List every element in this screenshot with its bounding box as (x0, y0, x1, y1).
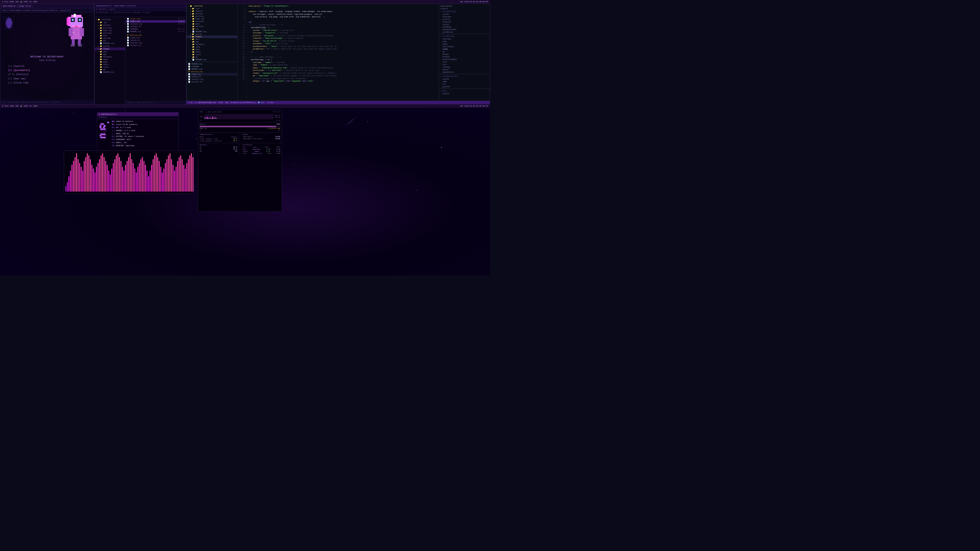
ft-system[interactable]: ▸📁 system (186, 33, 237, 35)
rp-wmtype[interactable]: wmType (439, 53, 490, 56)
qute-tab-active[interactable]: qute-home.ht.. [top] [1/1] (1, 5, 32, 8)
qute-link-search[interactable]: [o] [Search] (8, 64, 94, 68)
ft-profiles[interactable]: ▾📁 profiles (186, 15, 237, 17)
fm-file-harden[interactable]: 📄 harden.sh (126, 39, 186, 41)
fm-file-install-sh2[interactable]: 📄 install.sh (126, 44, 186, 47)
qute-link-closetab[interactable]: [x] [Close tab] (8, 81, 94, 85)
fm-file-install-org2[interactable]: 📄 install.org (126, 41, 186, 44)
rp-fontpkg[interactable]: fontPkg (439, 66, 490, 68)
ft-readme-root[interactable]: 📄 README.org (186, 63, 237, 65)
rp-nix-patches[interactable]: patches (439, 86, 490, 88)
qute-link-quickmarks[interactable]: [b] [Quickmarks] (8, 68, 94, 73)
rp-bootmountpath[interactable]: bootMountPath (439, 28, 490, 31)
fm-file-flake-nix2[interactable]: 📄 flake.nix (126, 37, 186, 39)
ft-wsl[interactable]: 📁 wsl (186, 28, 237, 30)
rp-nix-src[interactable]: src (439, 83, 490, 86)
ft-themes[interactable]: ▸📁 themes (186, 35, 237, 38)
fm-tree-homelab[interactable]: 📁 home lab (95, 29, 125, 32)
ft-patches[interactable]: ▸📁 patches (186, 13, 237, 15)
fm-file-flake-lock[interactable]: 📄 flake.lock 27.5 K (126, 17, 186, 20)
fm-tree-pkgs[interactable]: 📁 pkgs (95, 61, 125, 63)
fm-file-install-org[interactable]: 📄 install.org 10.5 K (126, 23, 186, 25)
rp-system[interactable]: system (439, 13, 490, 16)
rp-nix-system[interactable]: system (439, 78, 490, 80)
fm-tree-dotfiles[interactable]: ▾📁 .dotfiles (95, 18, 125, 21)
fm-tree-lang[interactable]: 📁 lang (95, 58, 125, 61)
ft-user[interactable]: ▾📁 user (186, 38, 237, 41)
ft-personal[interactable]: 📁 personal (186, 20, 237, 23)
ft-homelab[interactable]: 📁 home lab (186, 17, 237, 20)
rp-bootmode[interactable]: bootMode (439, 26, 490, 28)
ft-worklab[interactable]: 📁 worklab (186, 25, 237, 28)
fm-tree-readme-user[interactable]: 📄 README.org (95, 71, 125, 73)
rp-outputs[interactable]: outputs (439, 7, 490, 10)
fm-file-flake-nix[interactable]: 📄 flake.nix 2.26 K (126, 20, 186, 23)
ft-desktop-png[interactable]: 🖼 desktop.png (186, 70, 237, 73)
rp-editor[interactable]: editor (439, 68, 490, 71)
top-status-bar: ⊞ Tech 100% 20% 🔊 100% 28 108% Sat 2024-… (0, 0, 490, 3)
fm-tree-patches[interactable]: ▸📁 patches (95, 24, 125, 27)
fm-tree-readme-profiles[interactable]: 📄 README.org (95, 42, 125, 44)
rp-dotfilesdir[interactable]: dotfilesDir (439, 45, 490, 48)
rp-grubdevice[interactable]: grubDevice (439, 31, 490, 33)
nf-shell: CN| SHELL: zsh (112, 141, 144, 144)
ft-install-sh[interactable]: 📄 install.sh (186, 81, 237, 83)
fm-tree-wsl[interactable]: 📁 wsl (95, 40, 125, 42)
ft-git[interactable]: ▸📁 .git (186, 7, 237, 10)
rp-locale[interactable]: locale (439, 23, 490, 26)
ft-work[interactable]: 📁 work (186, 23, 237, 25)
fm-file-license[interactable]: 📄 LICENSE 34.2 K (126, 28, 186, 30)
ft-shell[interactable]: 📁 shell (186, 51, 237, 53)
fm-tree-system[interactable]: ▸📁 system (95, 44, 125, 48)
rp-browser[interactable]: browser (439, 56, 490, 58)
ft-pkgs[interactable]: 📁 pkgs (186, 48, 237, 51)
rp-defaultroamdir[interactable]: defaultRoamDir (439, 58, 490, 61)
ft-lang[interactable]: 📁 lang (186, 46, 237, 48)
rp-name[interactable]: name (439, 40, 490, 43)
rp-email[interactable]: email (439, 43, 490, 45)
fm-file-install-sh[interactable]: 📄 install.sh (126, 25, 186, 28)
ft-flake-nix-main[interactable]: 📄 flake.nix (186, 73, 237, 76)
fm-tree-app[interactable]: 📁 app (95, 53, 125, 56)
ft-readme-org[interactable]: 📄 README.org (186, 30, 237, 33)
rp-font[interactable]: font (439, 63, 490, 66)
ft-style[interactable]: 📁 style (186, 53, 237, 56)
fm-tree-profiles[interactable]: ▾📁 profiles (95, 27, 125, 29)
rp-theme[interactable]: theme (439, 48, 490, 51)
ft-outputs[interactable]: ▸📁 outputs (186, 10, 237, 13)
rp-spawneditor[interactable]: spawnEditor (439, 71, 490, 73)
rp-nix-name[interactable]: name (439, 80, 490, 83)
fm-tree-shell[interactable]: 📁 shell (95, 63, 125, 66)
rp-profile[interactable]: profile (439, 18, 490, 21)
ft-install-org[interactable]: 📄 install.org (186, 78, 237, 81)
fm-tree-personal[interactable]: 📁 personal (95, 32, 125, 35)
fm-tree-git[interactable]: ▸📁 .git (95, 21, 125, 24)
fm-file-readme[interactable]: 📄 README.org 20.4 K (126, 30, 186, 33)
fm-tree-style[interactable]: 📁 style (95, 66, 125, 68)
rp-hostname[interactable]: hostname (439, 16, 490, 18)
ft-dotfiles-root[interactable]: ▾📁 .dotfiles (186, 5, 237, 7)
qute-link-newtab[interactable]: [t] [New tab] (8, 77, 94, 81)
fm-tree-user[interactable]: ▾📁 user (95, 50, 125, 53)
qute-link-history[interactable]: [$ h] [History] (8, 73, 94, 76)
ft-hardware[interactable]: 📁 hardware (186, 43, 237, 46)
fm-tree-hardware[interactable]: 📁 hardware (95, 56, 125, 58)
fm-tree-wm[interactable]: 📁 wm (95, 68, 125, 71)
fm-tree-worklab[interactable]: 📁 worklab (95, 37, 125, 40)
rp-wm[interactable]: wm (439, 51, 490, 53)
rp-timezone[interactable]: timezone (439, 21, 490, 23)
vis-bar (137, 167, 138, 192)
ft-readme-user[interactable]: 📄 README.org (186, 59, 237, 61)
fm-file-desktop[interactable]: 🖼 desktop.png (126, 34, 186, 37)
ft-harden-sh[interactable]: 📄 harden.sh (186, 76, 237, 78)
fm-tree-work[interactable]: 📁 work (95, 35, 125, 37)
ft-license[interactable]: 📄 LICENSE (186, 65, 237, 68)
rp-term[interactable]: term (439, 61, 490, 63)
ft-readme-md[interactable]: 📄 README.org (186, 68, 237, 70)
ft-app[interactable]: 📁 app (186, 41, 237, 43)
ft-wm2[interactable]: 📁 wm (186, 56, 237, 59)
fm-tree-themes[interactable]: ▸📁 themes (95, 48, 125, 50)
rp-username[interactable]: username (439, 38, 490, 40)
rp-pkgs-system[interactable]: system (439, 92, 490, 95)
rp-description[interactable]: description (439, 5, 490, 7)
